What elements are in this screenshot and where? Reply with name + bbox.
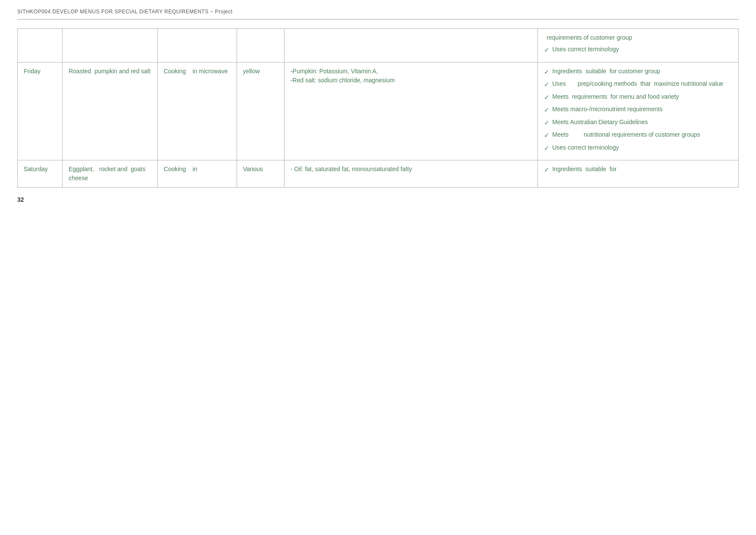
- day-label: Friday: [24, 68, 41, 75]
- page-number: 32: [17, 196, 739, 203]
- criteria-text: Uses prep/cooking methods that maximize …: [552, 79, 723, 88]
- criteria-text: Ingredients suitable for: [552, 165, 616, 174]
- method-cell-saturday: Cooking in: [157, 160, 237, 188]
- color-label: yellow: [243, 68, 260, 75]
- method-cell-0: [157, 29, 237, 63]
- table-row: requirements of customer group ✓ Uses co…: [18, 29, 739, 63]
- criteria-item: ✓ Ingredients suitable for customer grou…: [544, 67, 732, 77]
- header-divider: [17, 19, 739, 20]
- criteria-text: Uses correct terminology: [552, 143, 619, 152]
- nutrients-text: - Oil: fat, saturated fat, monounsaturat…: [291, 166, 412, 172]
- color-label: Various: [243, 166, 263, 172]
- check-icon: ✓: [544, 105, 550, 115]
- criteria-item: ✓ Uses prep/cooking methods that maximiz…: [544, 79, 732, 90]
- dish-label: Roasted pumpkin and red salt: [69, 68, 150, 75]
- page-header: SITHKOP004 DEVELOP MENUS FOR SPECIAL DIE…: [17, 9, 739, 15]
- nutrients-cell-friday: -Pumpkin: Potassium, Vitamin A,-Red salt…: [284, 62, 537, 160]
- criteria-item: ✓ Uses correct terminology: [544, 143, 732, 153]
- check-icon: ✓: [544, 165, 550, 175]
- criteria-list-friday: ✓ Ingredients suitable for customer grou…: [544, 67, 732, 153]
- criteria-item: ✓ Uses correct terminology: [544, 45, 732, 55]
- criteria-item: ✓ Meets Australian Dietary Guidelines: [544, 118, 732, 128]
- dish-label: Eggplant, rocket and goats cheese: [69, 166, 147, 181]
- nutrients-cell-0: [284, 29, 537, 63]
- main-table: requirements of customer group ✓ Uses co…: [17, 28, 739, 188]
- method-label: Cooking in microwave: [164, 68, 228, 75]
- nutrients-text: -Pumpkin: Potassium, Vitamin A,-Red salt…: [291, 68, 395, 84]
- criteria-text: Ingredients suitable for customer group: [552, 67, 660, 76]
- page-number-label: 32: [17, 196, 24, 203]
- criteria-item: requirements of customer group: [544, 33, 732, 42]
- day-cell-saturday: Saturday: [18, 160, 62, 188]
- criteria-list-0: requirements of customer group ✓ Uses co…: [544, 33, 732, 55]
- method-cell-friday: Cooking in microwave: [157, 62, 237, 160]
- criteria-text: Meets nutritional requirements of custom…: [552, 130, 700, 139]
- criteria-text: Uses correct terminology: [552, 45, 619, 54]
- day-cell-friday: Friday: [18, 62, 62, 160]
- criteria-cell-friday: ✓ Ingredients suitable for customer grou…: [538, 62, 739, 160]
- page: SITHKOP004 DEVELOP MENUS FOR SPECIAL DIE…: [0, 0, 756, 535]
- check-icon: ✓: [544, 131, 550, 141]
- criteria-item: ✓ Meets requirements for menu and food v…: [544, 92, 732, 103]
- check-icon: ✓: [544, 45, 550, 55]
- color-cell-0: [237, 29, 284, 63]
- criteria-text: Meets Australian Dietary Guidelines: [552, 118, 648, 127]
- dish-cell-friday: Roasted pumpkin and red salt: [62, 62, 158, 160]
- check-icon: ✓: [544, 67, 550, 77]
- check-icon: ✓: [544, 93, 550, 103]
- method-label: Cooking in: [164, 166, 197, 172]
- criteria-item: ✓ Ingredients suitable for: [544, 165, 732, 175]
- criteria-item: ✓ Meets nutritional requirements of cust…: [544, 130, 732, 141]
- criteria-text: requirements of customer group: [547, 33, 632, 42]
- check-icon: ✓: [544, 80, 550, 90]
- color-cell-saturday: Various: [237, 160, 284, 188]
- criteria-item: ✓ Meets macro-/micronutrient requirement…: [544, 105, 732, 115]
- check-icon: ✓: [544, 118, 550, 128]
- day-label: Saturday: [24, 166, 48, 172]
- criteria-cell-0: requirements of customer group ✓ Uses co…: [538, 29, 739, 63]
- check-icon: ✓: [544, 144, 550, 153]
- day-cell-0: [18, 29, 62, 63]
- color-cell-friday: yellow: [237, 62, 284, 160]
- dish-cell-saturday: Eggplant, rocket and goats cheese: [62, 160, 158, 188]
- table-row-saturday: Saturday Eggplant, rocket and goats chee…: [18, 160, 739, 188]
- criteria-cell-saturday: ✓ Ingredients suitable for: [538, 160, 739, 188]
- criteria-text: Meets requirements for menu and food var…: [552, 92, 679, 101]
- header-title: SITHKOP004 DEVELOP MENUS FOR SPECIAL DIE…: [17, 9, 233, 15]
- criteria-text: Meets macro-/micronutrient requirements: [552, 105, 662, 114]
- criteria-list-saturday: ✓ Ingredients suitable for: [544, 165, 732, 175]
- nutrients-cell-saturday: - Oil: fat, saturated fat, monounsaturat…: [284, 160, 537, 188]
- dish-cell-0: [62, 29, 158, 63]
- table-row-friday: Friday Roasted pumpkin and red salt Cook…: [18, 62, 739, 160]
